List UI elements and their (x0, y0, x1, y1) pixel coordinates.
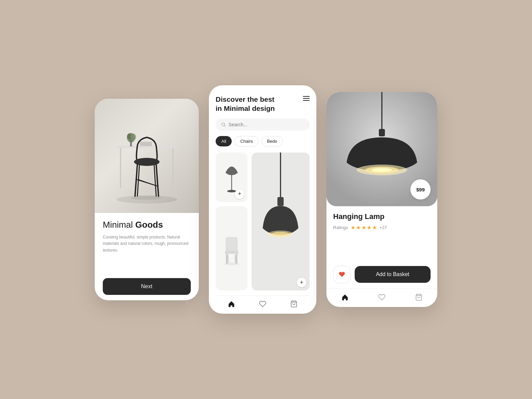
product-detail-nav (326, 289, 437, 307)
chair-scene-illustration (110, 112, 184, 206)
svg-rect-26 (226, 254, 227, 263)
product-detail-content: Hanging Lamp Ratings ★ ★ ★ ★ ★ +27 (326, 206, 437, 283)
search-input[interactable] (229, 122, 304, 127)
home-icon (228, 300, 235, 308)
heart-filled-icon (339, 271, 345, 278)
onboarding-hero (95, 99, 199, 213)
product-card-hanging-lamp: + (252, 152, 310, 291)
svg-rect-2 (120, 148, 121, 188)
price-badge: $99 (410, 179, 431, 200)
white-chair-illustration (216, 206, 248, 291)
svg-rect-39 (379, 129, 385, 136)
star-rating: ★ ★ ★ ★ ★ (351, 224, 377, 231)
nav-home[interactable] (228, 300, 235, 308)
onboarding-subtext: Curating beautiful, simple products. Nat… (103, 234, 191, 271)
nav-cart[interactable] (290, 300, 298, 308)
phone-onboarding: Minimal Goods Curating beautiful, simple… (95, 99, 199, 300)
phones-container: Minimal Goods Curating beautiful, simple… (95, 85, 437, 314)
app-title: Discover the best in Minimal design (216, 95, 275, 113)
phone-browse: Discover the best in Minimal design All … (209, 85, 316, 314)
heart-icon (378, 294, 386, 301)
ratings-label: Ratings (333, 225, 348, 230)
grid-col-left: + (216, 152, 248, 291)
product-hero: $99 (326, 92, 437, 206)
svg-rect-3 (172, 148, 174, 188)
svg-point-7 (131, 134, 136, 140)
search-bar[interactable] (216, 119, 310, 131)
filter-all[interactable]: All (216, 136, 232, 146)
svg-rect-27 (236, 254, 237, 263)
svg-point-16 (131, 196, 161, 200)
svg-line-13 (154, 165, 156, 196)
filter-beds[interactable]: Beds (261, 136, 283, 146)
filter-chairs[interactable]: Chairs (234, 136, 259, 146)
add-to-basket-button[interactable]: Add to Basket (355, 266, 431, 283)
svg-rect-24 (226, 237, 237, 252)
add-floor-lamp-button[interactable]: + (235, 189, 244, 199)
heart-icon (259, 300, 266, 308)
svg-rect-8 (140, 142, 152, 146)
cart-icon (415, 294, 423, 301)
detail-nav-favorites[interactable] (378, 294, 386, 301)
svg-rect-28 (227, 255, 228, 263)
product-name: Hanging Lamp (333, 212, 431, 221)
cart-icon (290, 300, 298, 308)
svg-point-30 (224, 263, 239, 265)
onboarding-content: Minimal Goods Curating beautiful, simple… (95, 213, 199, 300)
svg-point-42 (372, 168, 392, 172)
add-hanging-lamp-button[interactable]: + (297, 278, 306, 287)
browse-bottom-nav (216, 295, 310, 314)
menu-icon[interactable] (303, 96, 310, 101)
products-grid: + (216, 152, 310, 291)
browse-header: Discover the best in Minimal design (216, 95, 310, 113)
svg-line-10 (135, 164, 137, 196)
svg-line-15 (138, 179, 156, 185)
svg-rect-25 (225, 251, 238, 254)
svg-rect-22 (230, 190, 234, 192)
next-button[interactable]: Next (103, 278, 191, 295)
svg-line-11 (156, 164, 159, 196)
search-icon (221, 122, 226, 127)
svg-rect-33 (277, 197, 284, 206)
onboarding-headline: Minimal Goods (103, 220, 191, 230)
detail-nav-cart[interactable] (415, 294, 423, 301)
product-card-floor-lamp: + (216, 152, 248, 202)
svg-point-35 (272, 232, 290, 236)
detail-nav-home[interactable] (341, 294, 349, 301)
phone-product-detail: $99 Hanging Lamp Ratings ★ ★ ★ ★ ★ +27 (326, 92, 437, 307)
product-card-white-chair (216, 206, 248, 291)
home-icon (341, 294, 349, 301)
ratings-count: +27 (380, 225, 387, 230)
favorite-button[interactable] (333, 266, 351, 283)
filter-tabs: All Chairs Beds (216, 136, 310, 146)
nav-favorites[interactable] (259, 300, 266, 308)
svg-point-17 (222, 123, 224, 126)
ratings-row: Ratings ★ ★ ★ ★ ★ +27 (333, 224, 431, 231)
svg-rect-29 (235, 255, 236, 263)
hanging-lamp-illustration (252, 152, 310, 291)
svg-line-18 (224, 125, 225, 126)
product-actions: Add to Basket (333, 266, 431, 283)
